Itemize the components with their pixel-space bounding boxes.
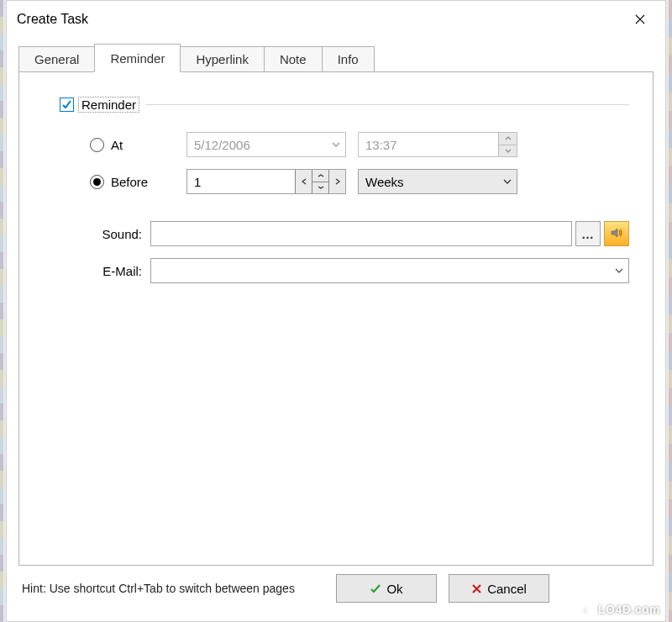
chevron-down-icon bbox=[610, 268, 628, 273]
sound-input[interactable] bbox=[150, 221, 572, 246]
sound-label: Sound: bbox=[90, 227, 150, 241]
sound-browse-button[interactable]: … bbox=[575, 221, 601, 246]
tabpage-reminder: Reminder At 5/12/2006 13:37 bbox=[18, 71, 654, 566]
check-icon bbox=[61, 99, 72, 110]
at-time-spinner[interactable]: 13:37 bbox=[358, 132, 517, 157]
ellipsis-icon: … bbox=[581, 227, 595, 241]
email-dropdown[interactable] bbox=[150, 258, 629, 283]
x-icon bbox=[471, 583, 482, 594]
close-icon bbox=[635, 11, 645, 29]
tab-hyperlink[interactable]: Hyperlink bbox=[180, 46, 265, 71]
tabstrip: General Reminder Hyperlink Note Info bbox=[18, 43, 654, 71]
before-step-right[interactable] bbox=[328, 170, 345, 193]
tab-general[interactable]: General bbox=[18, 46, 95, 71]
radio-before[interactable] bbox=[90, 175, 104, 189]
before-spin-down[interactable] bbox=[312, 182, 328, 194]
email-label: E-Mail: bbox=[90, 264, 150, 278]
at-label: At bbox=[111, 138, 186, 152]
dialog-window: Create Task General Reminder Hyperlink N… bbox=[6, 0, 666, 622]
dialog-footer: Hint: Use shortcut Ctrl+Tab to switch be… bbox=[7, 566, 665, 621]
at-time-value: 13:37 bbox=[359, 138, 498, 152]
before-value: 1 bbox=[187, 175, 295, 189]
at-date-value: 5/12/2006 bbox=[187, 138, 327, 152]
sound-play-button[interactable] bbox=[604, 221, 629, 246]
before-label: Before bbox=[111, 175, 186, 189]
cancel-button[interactable]: Cancel bbox=[449, 574, 549, 603]
hint-text: Hint: Use shortcut Ctrl+Tab to switch be… bbox=[22, 581, 324, 596]
before-unit-value: Weeks bbox=[359, 175, 498, 189]
radio-at[interactable] bbox=[90, 138, 104, 152]
chevron-down-icon bbox=[498, 179, 517, 184]
check-icon bbox=[370, 582, 381, 594]
close-button[interactable] bbox=[623, 8, 657, 31]
tab-info[interactable]: Info bbox=[322, 46, 375, 71]
at-date-dropdown[interactable]: 5/12/2006 bbox=[186, 132, 346, 157]
window-title: Create Task bbox=[17, 12, 88, 27]
time-spin-up[interactable] bbox=[499, 133, 517, 145]
titlebar: Create Task bbox=[7, 1, 665, 36]
time-spin-down[interactable] bbox=[499, 145, 517, 157]
tab-reminder[interactable]: Reminder bbox=[94, 44, 181, 72]
before-unit-dropdown[interactable]: Weeks bbox=[358, 169, 517, 194]
chevron-down-icon bbox=[327, 142, 345, 147]
before-spin-up[interactable] bbox=[312, 170, 328, 182]
before-value-spinner[interactable]: 1 bbox=[186, 169, 346, 194]
ok-button[interactable]: Ok bbox=[336, 574, 437, 603]
speaker-icon bbox=[610, 226, 623, 242]
before-step-left[interactable] bbox=[295, 170, 312, 193]
reminder-checkbox[interactable] bbox=[60, 98, 74, 112]
reminder-checkbox-label: Reminder bbox=[79, 98, 139, 112]
tab-note[interactable]: Note bbox=[264, 46, 323, 71]
